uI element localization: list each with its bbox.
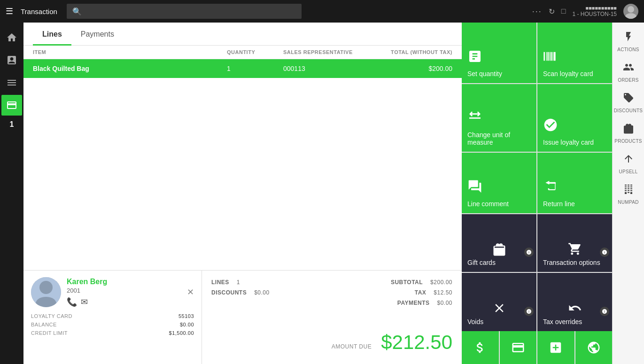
more-options-icon[interactable]: ··· bbox=[532, 7, 542, 16]
discounts-summary: DISCOUNTS $0.00 bbox=[211, 287, 270, 298]
svg-point-3 bbox=[39, 281, 53, 294]
transaction-table: ITEM QUANTITY SALES REPRESENTATIVE TOTAL… bbox=[23, 46, 462, 270]
sidebar-item-upsell[interactable]: UPSELL bbox=[613, 148, 644, 179]
col-quantity: QUANTITY bbox=[227, 49, 283, 55]
payments-label: PAYMENTS bbox=[397, 300, 430, 306]
summary-left: LINES 1 bbox=[211, 277, 240, 287]
summary-right: SUBTOTAL $200.00 bbox=[391, 277, 452, 287]
sidebar-item-menu[interactable] bbox=[1, 72, 22, 93]
subtotal-label: SUBTOTAL bbox=[391, 279, 423, 286]
table-header: ITEM QUANTITY SALES REPRESENTATIVE TOTAL… bbox=[23, 46, 462, 59]
search-icon: 🔍 bbox=[72, 7, 82, 16]
tile-transaction-options[interactable]: Transaction options bbox=[537, 214, 612, 272]
svg-point-0 bbox=[628, 6, 634, 13]
amount-due-value: $212.50 bbox=[381, 331, 452, 354]
issue-icon bbox=[543, 117, 606, 136]
cash-button[interactable] bbox=[462, 331, 499, 364]
sidebar-item-products[interactable] bbox=[1, 50, 22, 70]
tile-label: Set quantity bbox=[467, 70, 531, 77]
void-icon bbox=[467, 301, 531, 315]
tile-voids[interactable]: Voids bbox=[462, 273, 536, 331]
orders-icon bbox=[623, 62, 634, 76]
lines-label: LINES bbox=[211, 279, 229, 286]
store-id: 1 - HOUSTON-15 bbox=[573, 11, 617, 17]
discounts-label: DISCOUNTS bbox=[211, 289, 247, 296]
measure-icon bbox=[467, 110, 531, 128]
tile-label: Tax overrides bbox=[543, 318, 606, 325]
loyalty-card-value: 55103 bbox=[178, 313, 194, 319]
tile-issue-loyalty[interactable]: Issue loyalty card bbox=[537, 84, 612, 152]
checkout-button[interactable] bbox=[537, 331, 574, 364]
upsell-label: UPSELL bbox=[619, 169, 637, 174]
card-button[interactable] bbox=[500, 331, 537, 364]
summary-row-1: LINES 1 SUBTOTAL $200.00 bbox=[211, 277, 452, 287]
left-sidebar: 1 bbox=[0, 23, 23, 364]
tab-payments[interactable]: Payments bbox=[71, 23, 124, 46]
right-panel: Set quantity Scan loyalty card Change un… bbox=[462, 23, 612, 364]
comment-icon bbox=[467, 179, 531, 197]
phone-icon[interactable]: 📞 bbox=[67, 297, 77, 307]
tile-line-comment[interactable]: Line comment bbox=[462, 153, 536, 213]
web-button[interactable] bbox=[575, 331, 613, 364]
tile-label: Gift cards bbox=[467, 259, 531, 266]
sidebar-item-products[interactable]: PRODUCTS bbox=[613, 118, 644, 148]
sidebar-item-orders[interactable]: ORDERS bbox=[613, 57, 644, 87]
sidebar-item-discounts[interactable]: DISCOUNTS bbox=[613, 87, 644, 118]
refresh-icon[interactable]: ↻ bbox=[549, 7, 555, 16]
lines-summary: LINES 1 bbox=[211, 277, 240, 287]
summary-row-3: PAYMENTS $0.00 bbox=[211, 298, 452, 308]
item-quantity: 1 bbox=[227, 65, 283, 72]
tile-label: Return line bbox=[543, 200, 606, 208]
customer-name: Karen Berg bbox=[67, 278, 181, 286]
transaction-icon bbox=[543, 242, 606, 256]
email-icon[interactable]: ✉ bbox=[81, 297, 88, 307]
topbar: ☰ Transaction 🔍 ··· ↻ □ ■■■■■■■■■■ 1 - H… bbox=[0, 0, 644, 23]
tile-scan-loyalty[interactable]: Scan loyalty card bbox=[537, 23, 612, 83]
sidebar-item-numpad[interactable]: NUMPAD bbox=[613, 179, 644, 209]
search-bar[interactable]: 🔍 bbox=[67, 4, 302, 19]
tile-return-line[interactable]: Return line bbox=[537, 153, 612, 213]
tile-gift-cards[interactable]: Gift cards bbox=[462, 214, 536, 272]
user-info: ■■■■■■■■■■ 1 - HOUSTON-15 bbox=[573, 5, 617, 17]
payments-summary: PAYMENTS $0.00 bbox=[397, 298, 452, 308]
summary-right-2: TAX $12.50 bbox=[415, 287, 452, 298]
item-name: Black Quilted Bag bbox=[33, 65, 227, 72]
tile-tax-overrides[interactable]: Tax overrides bbox=[537, 273, 612, 331]
tile-change-unit[interactable]: Change unit of measure bbox=[462, 84, 536, 152]
balance-value: $0.00 bbox=[180, 322, 194, 327]
amount-due-row: AMOUNT DUE $212.50 bbox=[211, 327, 452, 357]
quantity-icon bbox=[467, 49, 531, 67]
badge-icon bbox=[600, 248, 609, 257]
tile-set-quantity[interactable]: Set quantity bbox=[462, 23, 536, 83]
far-right-sidebar: ACTIONS ORDERS DISCOUNTS PRODUCTS UPSELL bbox=[612, 23, 644, 364]
orders-label: ORDERS bbox=[618, 77, 639, 83]
subtotal-summary: SUBTOTAL $200.00 bbox=[391, 277, 452, 287]
avatar[interactable] bbox=[623, 4, 638, 19]
sidebar-item-transaction[interactable] bbox=[1, 95, 22, 116]
sidebar-item-actions[interactable]: ACTIONS bbox=[613, 26, 644, 57]
center-content: Lines Payments ITEM QUANTITY SALES REPRE… bbox=[23, 23, 462, 364]
tile-label: Scan loyalty card bbox=[543, 70, 606, 77]
order-summary: LINES 1 SUBTOTAL $200.00 bbox=[202, 271, 462, 364]
app-title: Transaction bbox=[21, 8, 57, 15]
sidebar-item-home[interactable] bbox=[1, 27, 22, 48]
menu-icon[interactable]: ☰ bbox=[6, 6, 13, 16]
payments-value: $0.00 bbox=[437, 300, 452, 306]
scan-icon bbox=[543, 49, 606, 67]
badge-icon bbox=[524, 307, 534, 316]
customer-name-section: Karen Berg 2001 📞 ✉ bbox=[67, 278, 181, 307]
close-customer-button[interactable]: ✕ bbox=[187, 287, 194, 297]
col-total: TOTAL (WITHOUT TAX) bbox=[368, 49, 452, 55]
products-icon bbox=[623, 123, 634, 137]
svg-point-1 bbox=[625, 13, 636, 19]
actions-label: ACTIONS bbox=[617, 47, 639, 52]
amount-due-label: AMOUNT DUE bbox=[332, 343, 372, 354]
notification-icon[interactable]: □ bbox=[561, 7, 566, 15]
balance-row: BALANCE $0.00 bbox=[31, 320, 194, 329]
table-row[interactable]: Black Quilted Bag 1 000113 $200.00 bbox=[23, 59, 462, 78]
upsell-icon bbox=[623, 153, 634, 167]
transaction-count: 1 bbox=[10, 120, 14, 129]
tab-lines[interactable]: Lines bbox=[33, 23, 71, 46]
tab-bar: Lines Payments bbox=[23, 23, 462, 46]
tile-label: Issue loyalty card bbox=[543, 139, 606, 146]
